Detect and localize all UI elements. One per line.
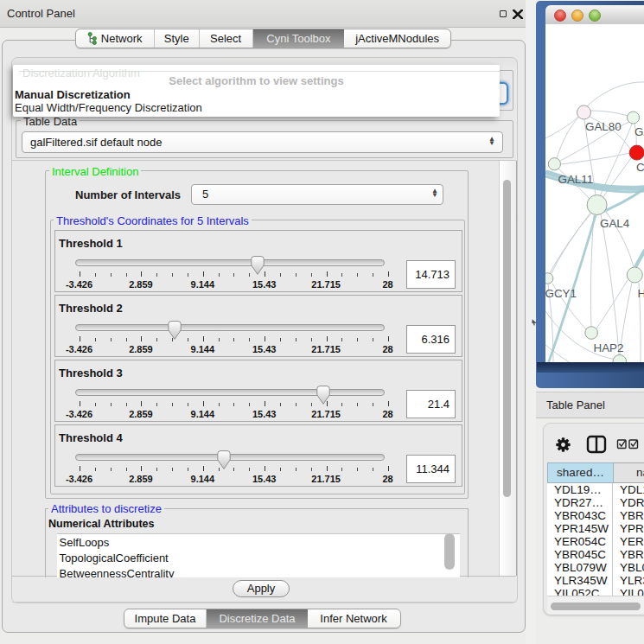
- svg-text:GA: GA: [634, 125, 644, 138]
- svg-text:GAL4: GAL4: [600, 217, 630, 230]
- svg-text:GAL11: GAL11: [558, 173, 594, 186]
- svg-text:GAL80: GAL80: [585, 120, 622, 133]
- svg-text:CY: CY: [636, 161, 644, 174]
- svg-text:HAP2: HAP2: [594, 341, 624, 354]
- svg-text:GCY1: GCY1: [545, 287, 577, 300]
- svg-text:HI: HI: [638, 287, 644, 300]
